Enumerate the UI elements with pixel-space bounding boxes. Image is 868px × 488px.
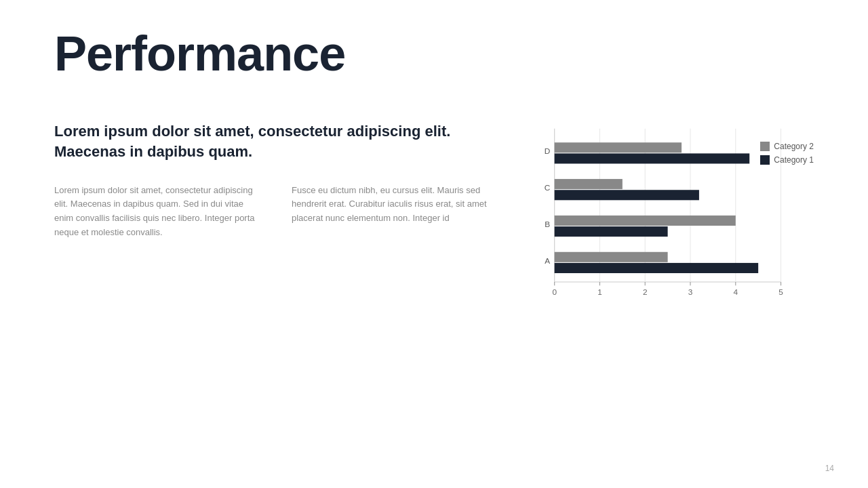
- svg-text:4: 4: [733, 287, 738, 297]
- bar-d-cat2: [555, 142, 682, 152]
- legend-label-cat2: Category 2: [774, 142, 814, 151]
- chart-legend: Category 2 Category 1: [760, 142, 814, 165]
- svg-text:2: 2: [643, 287, 648, 297]
- legend-color-cat1: [760, 155, 770, 165]
- page-title: Performance: [54, 27, 814, 81]
- legend-label-cat1: Category 1: [774, 155, 814, 165]
- legend-color-cat2: [760, 142, 770, 151]
- svg-text:3: 3: [688, 287, 693, 297]
- bar-a-cat2: [555, 252, 668, 262]
- page-number: 14: [825, 464, 834, 473]
- bar-c-cat1: [555, 190, 699, 200]
- content-area: Lorem ipsum dolor sit amet, consectetur …: [54, 121, 814, 311]
- legend-item-cat2: Category 2: [760, 142, 814, 151]
- left-content: Lorem ipsum dolor sit amet, consectetur …: [54, 121, 502, 311]
- svg-text:C: C: [545, 183, 551, 192]
- bar-b-cat1: [555, 226, 668, 237]
- text-columns: Lorem ipsum dolor sit amet, consectetur …: [54, 184, 502, 240]
- bar-b-cat2: [555, 216, 736, 226]
- slide: Performance Lorem ipsum dolor sit amet, …: [0, 0, 868, 488]
- legend-item-cat1: Category 1: [760, 155, 814, 165]
- subtitle: Lorem ipsum dolor sit amet, consectetur …: [54, 121, 502, 161]
- body-col-1: Lorem ipsum dolor sit amet, consectetur …: [54, 184, 264, 240]
- chart-container: 0 1 2 3 4 5: [529, 121, 814, 311]
- svg-text:5: 5: [778, 287, 783, 297]
- bar-c-cat2: [555, 179, 623, 189]
- svg-text:A: A: [545, 256, 550, 266]
- svg-text:1: 1: [597, 287, 602, 297]
- svg-text:B: B: [545, 220, 550, 229]
- body-col-2: Fusce eu dictum nibh, eu cursus elit. Ma…: [292, 184, 502, 240]
- svg-text:0: 0: [552, 287, 557, 297]
- chart-area: 0 1 2 3 4 5: [529, 121, 814, 311]
- svg-text:D: D: [545, 147, 551, 157]
- bar-d-cat1: [555, 154, 750, 164]
- bar-a-cat1: [555, 263, 758, 273]
